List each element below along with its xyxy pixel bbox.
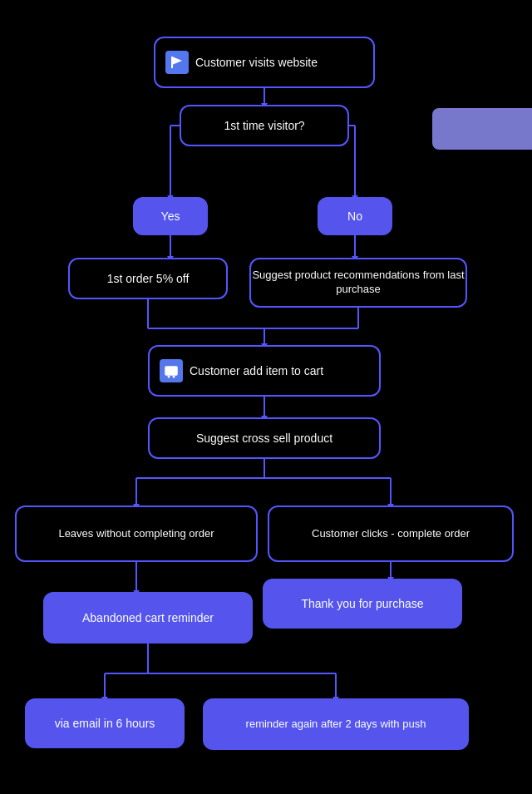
thank-you-node: Thank you for purchase <box>263 579 462 629</box>
svg-marker-38 <box>172 57 182 65</box>
abandoned-cart-label: Abandoned cart reminder <box>82 610 214 625</box>
yes-node: Yes <box>133 197 208 235</box>
abandoned-cart-node: Abandoned cart reminder <box>43 592 253 644</box>
via-email-label: via email in 6 hours <box>55 716 155 731</box>
first-time-visitor-node: 1st time visitor? <box>180 105 349 146</box>
no-label: No <box>347 209 362 224</box>
reminder-again-label: reminder again after 2 days with push <box>246 718 426 732</box>
add-to-cart-node: Customer add item to cart <box>148 345 381 397</box>
flag-icon <box>165 51 189 74</box>
svg-point-41 <box>168 376 170 378</box>
customer-visits-node: Customer visits website <box>154 37 375 88</box>
first-time-label: 1st time visitor? <box>224 118 304 133</box>
no-node: No <box>318 197 392 235</box>
leaves-label: Leaves without completing order <box>58 527 214 541</box>
svg-rect-40 <box>165 367 177 375</box>
reminder-again-node: reminder again after 2 days with push <box>203 698 469 750</box>
first-order-node: 1st order 5% off <box>68 258 228 299</box>
first-order-label: 1st order 5% off <box>107 271 190 286</box>
suggest-recommendations-node: Suggest product recommendations from las… <box>249 258 467 308</box>
leaves-node: Leaves without completing order <box>15 505 258 562</box>
cart-icon <box>160 359 183 382</box>
clicks-complete-node: Customer clicks - complete order <box>268 505 514 562</box>
suggest-recommendations-label: Suggest product recommendations from las… <box>251 269 466 297</box>
customer-visits-label: Customer visits website <box>195 55 318 70</box>
svg-point-42 <box>173 376 175 378</box>
sidebar-arrow <box>515 123 532 150</box>
clicks-complete-label: Customer clicks - complete order <box>312 527 470 541</box>
add-to-cart-label: Customer add item to cart <box>190 363 323 378</box>
yes-label: Yes <box>161 209 180 224</box>
cross-sell-node: Suggest cross sell product <box>148 417 381 459</box>
via-email-node: via email in 6 hours <box>25 698 185 748</box>
flowchart: Customer visits website 1st time visitor… <box>0 0 532 794</box>
thank-you-label: Thank you for purchase <box>301 596 423 611</box>
cross-sell-label: Suggest cross sell product <box>196 431 332 446</box>
